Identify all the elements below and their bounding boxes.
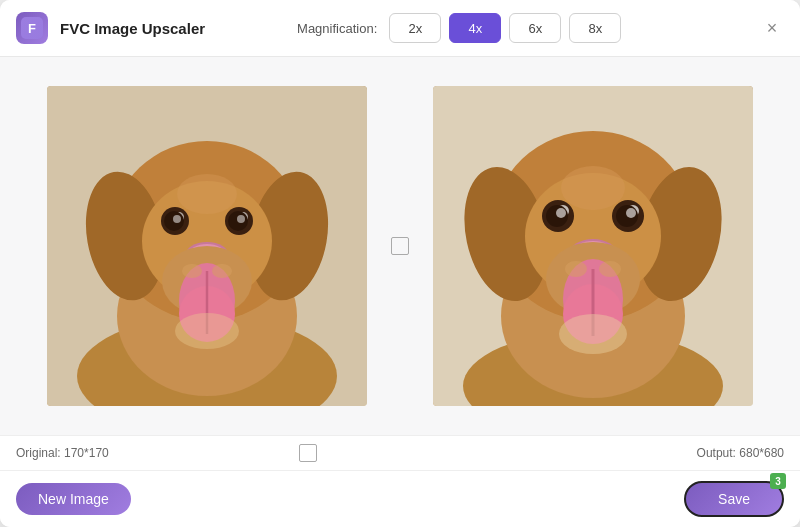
status-divider-icon — [299, 444, 317, 462]
original-image-panel — [47, 86, 367, 406]
svg-point-26 — [175, 313, 239, 349]
new-image-button[interactable]: New Image — [16, 483, 131, 515]
upscaled-dog-image — [433, 86, 753, 406]
bottombar: New Image 3 Save — [0, 470, 800, 527]
main-window: F FVC Image Upscaler Magnification: 2x 4… — [0, 0, 800, 527]
mag-6x-button[interactable]: 6x — [509, 13, 561, 43]
app-logo: F — [16, 12, 48, 44]
close-button[interactable]: × — [760, 16, 784, 40]
original-dog-image — [47, 86, 367, 406]
svg-text:F: F — [28, 21, 36, 36]
magnification-label: Magnification: — [297, 21, 377, 36]
svg-point-16 — [237, 215, 245, 223]
output-size-label: Output: 680*680 — [697, 446, 784, 460]
titlebar: F FVC Image Upscaler Magnification: 2x 4… — [0, 0, 800, 57]
mag-2x-button[interactable]: 2x — [389, 13, 441, 43]
svg-point-23 — [182, 264, 202, 278]
statusbar: Original: 170*170 Output: 680*680 — [0, 435, 800, 470]
svg-point-24 — [212, 264, 232, 278]
mag-8x-button[interactable]: 8x — [569, 13, 621, 43]
original-size-label: Original: 170*170 — [16, 446, 109, 460]
mag-4x-button[interactable]: 4x — [449, 13, 501, 43]
save-wrapper: 3 Save — [684, 481, 784, 517]
magnification-controls: Magnification: 2x 4x 6x 8x — [297, 13, 621, 43]
svg-point-48 — [565, 261, 587, 277]
save-button[interactable]: Save — [684, 481, 784, 517]
compare-icon — [391, 237, 409, 255]
save-badge: 3 — [770, 473, 786, 489]
svg-point-50 — [561, 166, 625, 210]
svg-point-25 — [177, 174, 237, 214]
svg-point-37 — [556, 208, 566, 218]
svg-point-51 — [559, 314, 627, 354]
svg-point-49 — [599, 261, 621, 277]
upscaled-image-panel — [433, 86, 753, 406]
svg-point-12 — [173, 215, 181, 223]
app-title: FVC Image Upscaler — [60, 20, 205, 37]
image-area — [0, 57, 800, 435]
svg-point-41 — [626, 208, 636, 218]
